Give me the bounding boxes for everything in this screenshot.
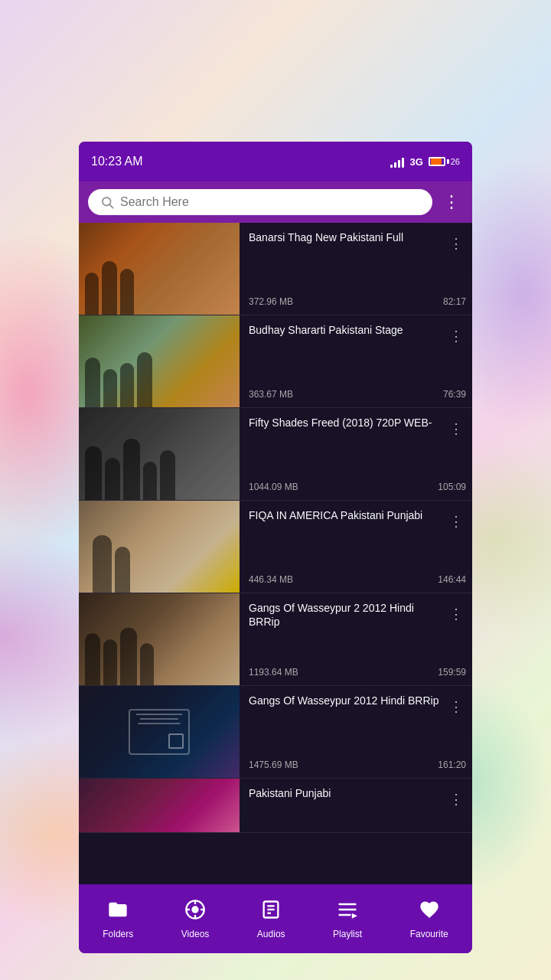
video-size: 1475.69 MB xyxy=(249,760,298,770)
status-time: 10:23 AM xyxy=(91,155,143,168)
folder-icon xyxy=(107,899,129,926)
video-title: Pakistani Punjabi xyxy=(249,786,445,800)
video-title: Budhay Shararti Pakistani Stage xyxy=(249,323,445,337)
video-info: Gangs Of Wasseypur 2012 Hindi BRRip 1475… xyxy=(240,686,472,778)
nav-item-videos[interactable]: Videos xyxy=(172,893,218,946)
search-bar-area: ⋮ xyxy=(79,181,472,223)
nav-item-folders[interactable]: Folders xyxy=(93,893,142,946)
video-title: Gangs Of Wasseypur 2 2012 Hindi BRRip xyxy=(249,601,445,629)
video-size: 363.67 MB xyxy=(249,389,293,400)
item-more-icon[interactable]: ⋮ xyxy=(446,325,466,348)
audio-icon xyxy=(260,899,282,926)
bottom-nav: Folders Videos xyxy=(79,884,472,953)
nav-label-audios: Audios xyxy=(257,929,285,939)
video-title: Banarsi Thag New Pakistani Full xyxy=(249,230,445,244)
video-info: Banarsi Thag New Pakistani Full 372.96 M… xyxy=(240,223,472,315)
status-icons: 3G 26 xyxy=(390,155,460,168)
item-more-icon[interactable]: ⋮ xyxy=(446,510,466,533)
status-bar: 10:23 AM 3G 26 xyxy=(79,142,472,181)
video-duration: 76:39 xyxy=(443,389,466,400)
nav-item-playlist[interactable]: Playlist xyxy=(324,893,371,946)
video-title: FIQA IN AMERICA Pakistani Punjabi xyxy=(249,508,445,522)
video-size: 1193.64 MB xyxy=(249,667,298,678)
video-duration: 82:17 xyxy=(443,296,466,307)
signal-icon xyxy=(390,155,404,168)
video-thumbnail xyxy=(79,315,240,407)
signal-type: 3G xyxy=(409,156,422,168)
video-thumbnail xyxy=(79,501,240,593)
video-duration: 105:09 xyxy=(438,482,466,492)
item-more-icon[interactable]: ⋮ xyxy=(446,417,466,440)
nav-label-favourite: Favourite xyxy=(410,929,448,939)
video-meta: 1475.69 MB 161:20 xyxy=(249,760,466,770)
item-more-icon[interactable]: ⋮ xyxy=(446,232,466,255)
svg-line-1 xyxy=(109,204,112,207)
item-more-icon[interactable]: ⋮ xyxy=(446,603,466,626)
battery-level: 26 xyxy=(451,157,460,166)
search-input-wrap[interactable] xyxy=(88,189,432,215)
video-thumbnail xyxy=(79,223,240,315)
video-size: 1044.09 MB xyxy=(249,482,298,492)
video-item[interactable]: Budhay Shararti Pakistani Stage 363.67 M… xyxy=(79,315,472,408)
video-thumbnail xyxy=(79,686,240,778)
video-item[interactable]: Pakistani Punjabi ⋮ xyxy=(79,779,472,833)
video-meta: 1193.64 MB 159:59 xyxy=(249,667,466,678)
nav-item-favourite[interactable]: Favourite xyxy=(401,893,458,946)
video-meta: 363.67 MB 76:39 xyxy=(249,389,466,400)
video-duration: 159:59 xyxy=(438,667,466,678)
svg-point-3 xyxy=(191,906,198,913)
video-meta: 1044.09 MB 105:09 xyxy=(249,482,466,492)
video-thumbnail xyxy=(79,779,240,832)
video-meta: 372.96 MB 82:17 xyxy=(249,296,466,307)
video-icon xyxy=(184,899,206,926)
nav-item-audios[interactable]: Audios xyxy=(248,893,295,946)
video-info: Fifty Shades Freed (2018) 720P WEB- 1044… xyxy=(240,408,472,500)
nav-label-videos: Videos xyxy=(181,929,209,939)
video-item[interactable]: Gangs Of Wasseypur 2 2012 Hindi BRRip 11… xyxy=(79,593,472,686)
app-card: 10:23 AM 3G 26 xyxy=(79,142,472,953)
video-title: Gangs Of Wasseypur 2012 Hindi BRRip xyxy=(249,694,445,707)
nav-label-playlist: Playlist xyxy=(333,929,362,939)
item-more-icon[interactable]: ⋮ xyxy=(446,788,466,811)
battery-icon: 26 xyxy=(429,157,460,166)
video-list: Banarsi Thag New Pakistani Full 372.96 M… xyxy=(79,223,472,884)
search-input[interactable] xyxy=(120,195,420,209)
video-info: Gangs Of Wasseypur 2 2012 Hindi BRRip 11… xyxy=(240,593,472,685)
nav-label-folders: Folders xyxy=(103,929,133,939)
overflow-menu-icon[interactable]: ⋮ xyxy=(440,189,463,215)
search-icon xyxy=(100,195,114,209)
video-info: Pakistani Punjabi xyxy=(240,779,472,832)
item-more-icon[interactable]: ⋮ xyxy=(446,695,466,718)
playlist-icon xyxy=(337,899,358,926)
svg-marker-15 xyxy=(352,913,357,918)
video-size: 446.34 MB xyxy=(249,574,293,585)
video-item[interactable]: FIQA IN AMERICA Pakistani Punjabi 446.34… xyxy=(79,501,472,593)
video-title: Fifty Shades Freed (2018) 720P WEB- xyxy=(249,416,445,430)
video-thumbnail xyxy=(79,408,240,500)
video-info: Budhay Shararti Pakistani Stage 363.67 M… xyxy=(240,315,472,407)
video-duration: 146:44 xyxy=(438,574,466,585)
video-thumbnail xyxy=(79,593,240,685)
video-item[interactable]: Gangs Of Wasseypur 2012 Hindi BRRip 1475… xyxy=(79,686,472,779)
video-info: FIQA IN AMERICA Pakistani Punjabi 446.34… xyxy=(240,501,472,593)
video-size: 372.96 MB xyxy=(249,296,293,307)
video-item[interactable]: Banarsi Thag New Pakistani Full 372.96 M… xyxy=(79,223,472,315)
video-duration: 161:20 xyxy=(438,760,466,770)
heart-icon xyxy=(419,899,440,926)
video-meta: 446.34 MB 146:44 xyxy=(249,574,466,585)
video-item[interactable]: Fifty Shades Freed (2018) 720P WEB- 1044… xyxy=(79,408,472,501)
